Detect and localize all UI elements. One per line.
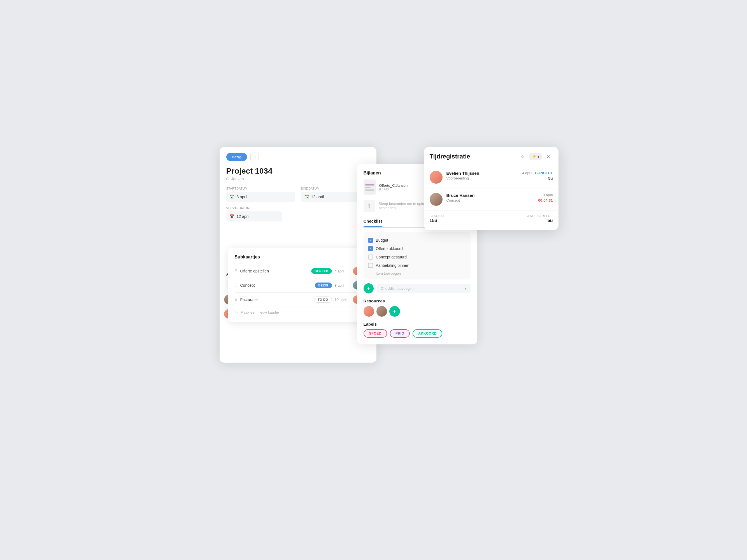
dates-row: Startdatum 📅 3 april Einddatum 📅 12 apri… xyxy=(226,187,370,202)
geregistreerd-stat: GEREGISTREERD 5u xyxy=(525,214,552,223)
vervaldatum-value: 12 april xyxy=(237,214,250,219)
resource-avatar-2 xyxy=(377,306,387,317)
sub-item-2: ⠿ Concept BEZIG 8 april xyxy=(235,278,361,293)
labels-row: SPOED PRIO AKKOORD xyxy=(364,329,470,338)
checklist-text-4: Aanbetaling binnen xyxy=(376,263,410,268)
bruce-role: Concept xyxy=(446,198,534,203)
person-row-evelien: Evelien Thijssen Voorbereiding 4 april C… xyxy=(424,166,559,188)
add-checklist-button[interactable]: + xyxy=(364,283,374,293)
bruce-meta: 8 april 00:04:31 xyxy=(538,193,552,203)
checkbox-1[interactable]: ✓ xyxy=(368,238,373,243)
labels-section: Labels SPOED PRIO AKKOORD xyxy=(364,322,470,338)
evelien-avatar xyxy=(430,171,442,184)
startdatum-field: Startdatum 📅 3 april xyxy=(226,187,295,202)
label-prio[interactable]: PRIO xyxy=(390,329,410,338)
sub-item-date-2: 8 april xyxy=(335,283,350,288)
geschat-value: 15u xyxy=(430,218,444,223)
checklist-item-2: ✓ Offerte akkoord xyxy=(368,244,466,253)
geregistreerd-label: GEREGISTREERD xyxy=(525,214,552,218)
close-button[interactable]: ✕ xyxy=(544,152,553,161)
add-resource-button[interactable]: + xyxy=(389,306,400,317)
checklist-text-3: Concept gestuurd xyxy=(376,255,407,259)
tijdregistratie-card: Tijdregistratie ☆ ⚡ ▾ ✕ Evelien Thijssen… xyxy=(424,147,559,230)
evelien-info: Evelien Thijssen Voorbereiding xyxy=(446,171,518,180)
checkbox-3[interactable] xyxy=(368,255,373,260)
checklist-add-item[interactable]: Item toevoegen xyxy=(368,270,466,275)
project-client: C. Janzen xyxy=(226,177,370,181)
tijdregistratie-actions: ☆ ⚡ ▾ ✕ xyxy=(518,152,553,161)
checklist-text-1: Budget xyxy=(376,238,388,242)
sub-item-name-3: Facturatie xyxy=(240,297,311,302)
resources-title: Resources xyxy=(364,298,470,303)
evelien-date: 4 april xyxy=(522,171,532,175)
main-card-header: Bezig → xyxy=(220,147,377,161)
star-button[interactable]: ☆ xyxy=(518,152,527,161)
status-button[interactable]: Bezig xyxy=(226,153,247,161)
einddatum-value: 12 april xyxy=(311,195,324,199)
resource-avatar-1 xyxy=(364,306,374,317)
sub-item-date-1: 4 april xyxy=(335,269,350,273)
evelien-role: Voorbereiding xyxy=(446,176,518,180)
bruce-avatar xyxy=(430,193,442,206)
startdatum-value: 3 april xyxy=(237,195,247,199)
evelien-meta: 4 april CONCEPT 5u xyxy=(522,171,553,181)
vervaldatum-row: Vervaldatum 📅 12 april xyxy=(226,206,370,221)
startdatum-input[interactable]: 📅 3 april xyxy=(226,192,295,202)
drag-handle-2[interactable]: ⠿ xyxy=(235,283,237,288)
evelien-concept-badge: CONCEPT xyxy=(535,171,553,175)
drag-handle-1[interactable]: ⠿ xyxy=(235,269,237,273)
bruce-name: Bruce Hansen xyxy=(446,193,534,198)
new-card-arrow-icon: ↳ xyxy=(235,310,238,315)
calendar-icon-2: 📅 xyxy=(304,195,309,199)
checklist-footer: + Checklist toevoegen ▾ xyxy=(364,283,470,293)
tijdregistratie-footer: GESCHAT 15u GEREGISTREERD 5u xyxy=(424,211,559,223)
geschat-stat: GESCHAT 15u xyxy=(430,214,444,223)
label-akkoord[interactable]: AKKOORD xyxy=(413,329,442,338)
sub-item-name-1: Offerte opstellen xyxy=(240,269,309,273)
checklist-text-2: Offerte akkoord xyxy=(376,246,403,251)
file-icon xyxy=(364,180,376,195)
calendar-icon: 📅 xyxy=(230,195,234,199)
sub-item-name-2: Concept xyxy=(240,283,312,288)
person-row-bruce: Bruce Hansen Concept 8 april 00:04:31 xyxy=(424,188,559,211)
resources-avatars: + xyxy=(364,306,470,317)
sub-item-3: ⠿ Facturatie TO DO 10 april xyxy=(235,293,361,307)
checklist-item-4: Aanbetaling binnen xyxy=(368,261,466,270)
upload-icon: ⬆ xyxy=(364,199,376,212)
checklist-tab[interactable]: Checklist xyxy=(364,219,382,227)
geschat-label: GESCHAT xyxy=(430,214,444,218)
labels-title: Labels xyxy=(364,322,470,326)
project-title: Project 1034 xyxy=(226,167,370,176)
drag-handle-3[interactable]: ⠿ xyxy=(235,297,237,302)
checklist-dropdown[interactable]: Checklist toevoegen ▾ xyxy=(377,284,470,293)
sub-item-1: ⠿ Offerte opstellen GEREED 4 april xyxy=(235,264,361,278)
geregistreerd-value: 5u xyxy=(525,218,552,223)
startdatum-label: Startdatum xyxy=(226,187,295,190)
lightning-dropdown-arrow: ▾ xyxy=(538,154,539,159)
bruce-date: 8 april xyxy=(543,193,552,197)
evelien-name: Evelien Thijssen xyxy=(446,171,518,176)
calendar-icon-3: 📅 xyxy=(230,214,234,219)
lightning-icon: ⚡ xyxy=(532,154,536,159)
sub-item-badge-1[interactable]: GEREED xyxy=(311,268,332,274)
resources-section: Resources + xyxy=(364,298,470,317)
new-card-link[interactable]: ↳ Maak een nieuw kaartje xyxy=(235,310,361,315)
checklist-dropdown-label: Checklist toevoegen xyxy=(381,287,414,291)
sub-item-badge-3[interactable]: TO DO xyxy=(314,296,332,303)
checkbox-2[interactable]: ✓ xyxy=(368,246,373,251)
bruce-timer: 00:04:31 xyxy=(538,198,552,203)
sub-item-date-3: 10 april xyxy=(335,298,350,302)
bruce-info: Bruce Hansen Concept xyxy=(446,193,534,203)
lightning-button[interactable]: ⚡ ▾ xyxy=(530,153,542,160)
tijdregistratie-header: Tijdregistratie ☆ ⚡ ▾ ✕ xyxy=(424,147,559,166)
next-arrow-button[interactable]: → xyxy=(250,153,259,161)
label-spoed[interactable]: SPOED xyxy=(364,329,387,338)
checkbox-4[interactable] xyxy=(368,263,373,268)
checklist-item-3: Concept gestuurd xyxy=(368,253,466,261)
vervaldatum-label: Vervaldatum xyxy=(226,206,370,210)
checklist-box: ✓ Budget ✓ Offerte akkoord Concept gestu… xyxy=(364,232,470,279)
sub-item-badge-2[interactable]: BEZIG xyxy=(315,283,332,288)
vervaldatum-input[interactable]: 📅 12 april xyxy=(226,211,282,221)
evelien-hours: 5u xyxy=(548,176,552,181)
subkaartjes-card: Subkaartjes ⠿ Offerte opstellen GEREED 4… xyxy=(228,248,368,322)
